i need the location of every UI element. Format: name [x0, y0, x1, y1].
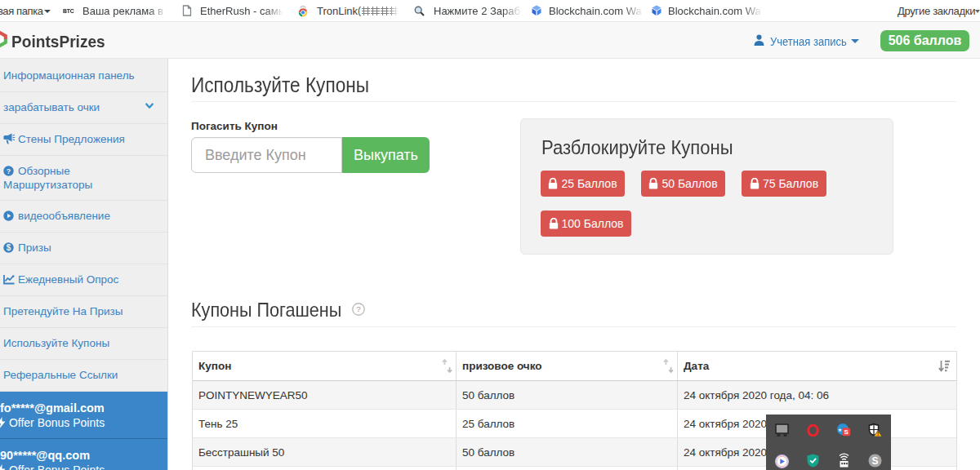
svg-text:S: S [844, 428, 849, 436]
svg-text:?: ? [356, 304, 361, 313]
svg-text:!: ! [877, 431, 879, 437]
svg-text:?: ? [7, 167, 11, 175]
svg-text:S: S [871, 455, 878, 467]
svg-text:$: $ [7, 243, 11, 252]
svg-text:★: ★ [838, 428, 842, 432]
